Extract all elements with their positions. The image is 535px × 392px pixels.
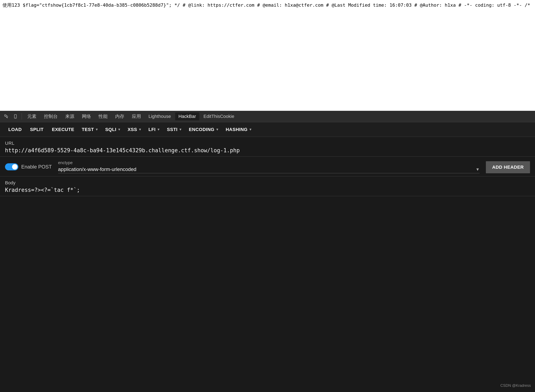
tab-memory[interactable]: 内存 (112, 112, 128, 121)
browser-content: 使用123 $flag="ctfshow{1cb7f8c1-77e8-40da-… (0, 0, 535, 110)
enctype-section: enctype application/x-www-form-urlencode… (58, 160, 480, 173)
tab-divider (22, 113, 22, 120)
test-button[interactable]: TEST ▼ (79, 125, 102, 134)
test-dropdown-arrow: ▼ (95, 128, 98, 131)
tab-editthiscookie[interactable]: EditThisCookie (200, 112, 238, 120)
sqli-dropdown-arrow: ▼ (118, 128, 121, 131)
enctype-select-wrapper[interactable]: application/x-www-form-urlencoded ▼ (58, 166, 480, 173)
watermark: CSDN @Kradress (500, 383, 531, 388)
tab-hackbar[interactable]: HackBar (175, 112, 199, 120)
url-label: URL (5, 141, 530, 146)
tab-sources[interactable]: 来源 (62, 112, 78, 121)
tab-performance[interactable]: 性能 (95, 112, 111, 121)
tab-elements[interactable]: 元素 (24, 112, 40, 121)
hashing-dropdown-arrow: ▼ (249, 128, 252, 131)
mobile-icon[interactable] (11, 112, 20, 121)
lfi-dropdown-arrow: ▼ (157, 128, 160, 131)
encoding-dropdown-arrow: ▼ (215, 128, 219, 131)
inspect-icon[interactable] (2, 112, 10, 121)
tab-console[interactable]: 控制台 (41, 112, 61, 121)
enable-post-toggle[interactable] (5, 163, 18, 170)
load-button[interactable]: LOAD (4, 125, 26, 134)
hackbar-toolbar: LOAD SPLIT EXECUTE TEST ▼ SQLI ▼ XSS ▼ L… (0, 122, 535, 137)
enctype-dropdown-arrow: ▼ (476, 167, 480, 172)
hackbar-content: URL http://a4f6d589-5529-4a8c-ba94-13e14… (0, 137, 535, 392)
split-button[interactable]: SPLIT (26, 125, 48, 134)
toggle-knob (12, 164, 18, 170)
tab-application[interactable]: 应用 (129, 112, 144, 121)
hashing-button[interactable]: HASHING ▼ (222, 125, 256, 134)
enctype-label: enctype (58, 160, 480, 165)
tab-lighthouse[interactable]: Lighthouse (145, 112, 174, 120)
enctype-value: application/x-www-form-urlencoded (58, 166, 476, 172)
page-text-line1: 使用123 $flag="ctfshow{1cb7f8c1-77e8-40da-… (3, 2, 532, 9)
lfi-button[interactable]: LFI ▼ (145, 125, 164, 134)
devtools-panel: 元素 控制台 来源 网络 性能 内存 应用 Lighthouse HackBar… (0, 111, 535, 392)
body-section: Body Kradress=?><?=`tac f*`; (0, 176, 535, 196)
devtools-tab-bar: 元素 控制台 来源 网络 性能 内存 应用 Lighthouse HackBar… (0, 111, 535, 122)
svg-rect-0 (5, 115, 6, 116)
xss-dropdown-arrow: ▼ (138, 128, 142, 131)
enable-post-container: Enable POST (5, 163, 52, 170)
post-section: Enable POST enctype application/x-www-fo… (0, 157, 535, 176)
execute-button[interactable]: EXECUTE (48, 125, 78, 134)
tab-network[interactable]: 网络 (79, 112, 94, 121)
ssti-button[interactable]: SSTI ▼ (164, 125, 186, 134)
body-label: Body (5, 180, 530, 186)
url-section: URL http://a4f6d589-5529-4a8c-ba94-13e14… (0, 137, 535, 157)
ssti-dropdown-arrow: ▼ (179, 128, 182, 131)
enable-post-label: Enable POST (21, 164, 52, 170)
encoding-button[interactable]: ENCODING ▼ (186, 125, 222, 134)
add-header-button[interactable]: ADD HEADER (486, 161, 530, 173)
body-input[interactable]: Kradress=?><?=`tac f*`; (5, 187, 530, 193)
url-input[interactable]: http://a4f6d589-5529-4a8c-ba94-13e145c43… (5, 147, 530, 154)
svg-point-3 (15, 117, 16, 118)
sqli-button[interactable]: SQLI ▼ (102, 125, 124, 134)
xss-button[interactable]: XSS ▼ (124, 125, 145, 134)
